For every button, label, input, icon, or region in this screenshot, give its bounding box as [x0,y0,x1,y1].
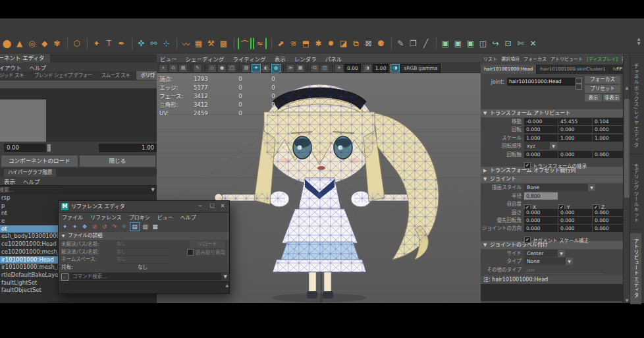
quad-patch-icon[interactable]: ▦ [193,38,204,49]
chevron-down-icon[interactable]: ▼ [566,258,573,265]
viewport-menu-パネル[interactable]: パネル [325,55,342,63]
bend-deformer-icon[interactable]: ⌒ [238,38,252,49]
focus-button[interactable]: フォーカス [585,76,620,84]
uv-shell-icon[interactable]: ▣ [440,38,451,49]
poly-sphere-icon[interactable]: ⬤ [1,38,13,49]
hypergraph-menu-表示[interactable]: 表示 [4,177,15,185]
dropdown-select[interactable]: xyz▼ [524,142,557,150]
slider-min-field[interactable]: 0.00 [4,144,46,152]
value-field[interactable]: 1.000 [593,134,623,142]
type-text-icon[interactable]: T [103,38,115,49]
preset-button[interactable]: プリセット [585,85,620,93]
smooth-shade-mode-icon[interactable]: ● [217,64,227,72]
reference-list-area[interactable]: ▲ [59,281,229,293]
component-editor-menu-ヘルプ[interactable]: ヘルプ [30,63,47,71]
ik-handle-icon[interactable]: ⚯ [148,38,159,49]
remove-reference-icon[interactable]: ↷ [110,223,119,231]
value-field[interactable]: 0.000 [558,225,592,232]
scrollbar-thumb[interactable] [624,99,630,198]
value-field[interactable]: 0.000 [593,225,623,232]
checkbox-row[interactable]: ✓トランスフォームの継承 [524,159,587,171]
svg-import-icon[interactable]: ✒ [116,38,127,49]
wireframe-mode-icon[interactable]: ◇ [207,64,217,72]
value-field[interactable]: 0.000 [558,209,592,216]
value-field[interactable]: 0.000 [558,126,592,133]
search-input[interactable]: 検索... [0,186,14,194]
section-header[interactable]: ▼トランスフォーム アトリビュート [481,109,623,117]
reference-editor-menu-ヘルプ[interactable]: ヘルプ [180,213,196,221]
slider-max-field[interactable]: 1.00 [99,144,157,152]
exposure-field[interactable]: 0.00 [344,64,361,72]
value-field[interactable]: 45.455 [558,118,592,125]
viewport-menu-表示[interactable]: 表示 [275,55,286,63]
command-search-input[interactable]: コマンド検索... [70,273,221,280]
create-reference-options-icon[interactable]: ✦ [70,223,79,231]
value-field[interactable]: 0.104 [593,118,623,125]
duplicate-reference-icon[interactable]: ❖ [80,223,89,231]
section-header[interactable]: ▼ジョイント [481,175,623,183]
bounding-box-mode-icon[interactable]: ▢ [227,64,236,72]
sidebar-tab-inactive[interactable]: モデリング ツールキット [630,158,641,229]
multisample-aa-icon[interactable]: ▦ [296,64,305,72]
chevron-down-icon[interactable]: ▼ [558,250,565,257]
show-button[interactable]: 表示 [585,94,602,101]
grease-pencil-icon[interactable]: ✎ [395,38,406,49]
minimize-icon[interactable]: ─ [195,201,205,212]
character-duo-icon[interactable]: ⚒ [205,38,217,49]
detail-view-icon[interactable]: ▥ [141,223,149,231]
dropdown-select[interactable]: Bone▼ [524,184,595,191]
load-components-button[interactable]: コンポーネントのロード [1,155,78,167]
color-management-icon[interactable]: ◑ [390,64,400,72]
platonic-solid-icon[interactable]: ⬡ [71,38,82,49]
select-camera-icon[interactable]: ⌖ [159,64,168,72]
close-icon[interactable]: ✕ [217,201,228,212]
isolate-select-icon[interactable]: ⊡ [310,64,319,72]
uv-cut-tool-icon[interactable]: ✄ [515,38,526,49]
uv-delete-icon[interactable]: ✕ [527,38,539,49]
chevron-down-icon[interactable]: ▼ [224,274,227,279]
contrast-icon[interactable]: ◑ [363,64,372,72]
chevron-down-icon[interactable]: ▼ [151,186,155,194]
value-field[interactable]: 0.000 [593,151,623,158]
screen-ao-icon[interactable]: ◍ [271,64,281,72]
column-view-icon[interactable]: ▦ [151,223,159,231]
value-field[interactable]: 0.000 [524,209,558,216]
combine-icon[interactable]: ⬒ [300,38,311,49]
poly-cone-icon[interactable]: ▲ [14,38,25,49]
other-type-field[interactable]: jaw [524,266,604,274]
import-objects-icon[interactable]: ✧ [120,223,128,231]
value-field[interactable]: 0.000 [593,209,623,216]
checkbox-checked-icon[interactable]: ✓ [524,162,531,169]
gamma-field[interactable]: 1.00 [373,64,389,72]
scroll-up-icon[interactable]: ▲ [225,283,228,287]
readonly-checkbox-row[interactable]: 読み取り専用 [187,248,225,256]
value-field[interactable]: 0.000 [593,126,623,133]
uv-auto-seam-icon[interactable]: ↪ [490,38,501,49]
reference-editor-menu-リファレンス[interactable]: リファレンス [90,213,122,221]
shatter-icon[interactable]: ✱ [313,38,324,49]
poly-helix-icon[interactable]: ✾ [51,38,63,49]
value-field[interactable]: 0.000 [524,151,558,158]
field-value[interactable]: なし [117,256,169,264]
value-field[interactable]: 0.800 [524,192,558,200]
grid-fill-icon[interactable]: ▩ [218,38,229,49]
value-field[interactable]: 0.000 [558,151,592,158]
notes-text-area[interactable] [481,284,623,301]
reference-editor-menu-プロキシ[interactable]: プロキシ [129,213,150,221]
use-lights-icon[interactable]: ☀ [252,64,261,72]
value-field[interactable]: 0.000 [524,225,558,232]
attribute-editor-menu-[ディスプレイ][interactable]: [ディスプレイ] [587,55,618,62]
skin-tab-スムーズ スキン[interactable]: スムーズ スキン [97,71,137,80]
attribute-tab[interactable]: hair101001000:skinCluster1 [537,65,609,74]
sidebar-tab-active[interactable]: アトリビュート エディタ [630,233,641,304]
boolean-icon[interactable]: ✹ [325,38,336,49]
chevron-down-icon[interactable]: ▼ [550,142,557,150]
readonly-checkbox[interactable] [187,249,194,256]
component-editor-title-tab[interactable]: コンポーネント エディタ [0,54,50,63]
reduce-icon[interactable]: ⊠ [363,38,374,49]
exposure-icon[interactable]: ☀ [335,64,344,72]
mirror-geometry-icon[interactable]: ⧉ [350,38,362,49]
poly-torus-icon[interactable]: ◎ [26,38,38,49]
shelf-scroll-arrows[interactable]: ▲▼ [635,36,643,49]
hypergraph-hierarchy-tab[interactable]: ハイパーグラフ階層 [4,169,56,177]
